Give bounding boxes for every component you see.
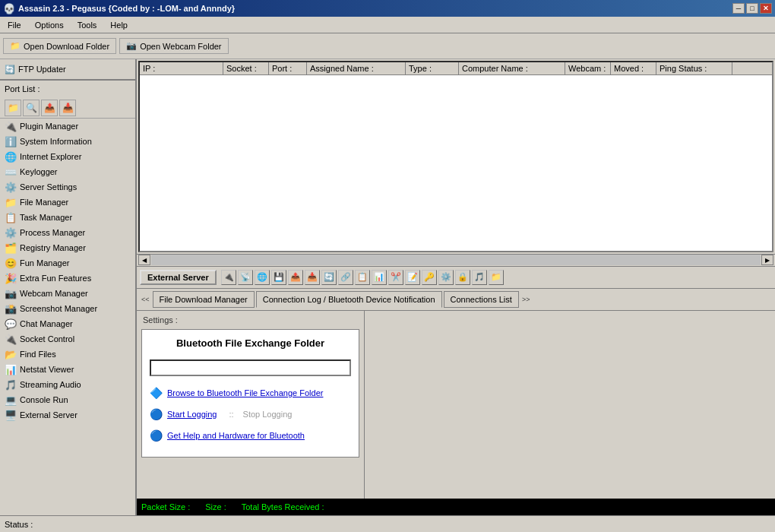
sidebar-item-registry-manager[interactable]: 🗂️Registry Manager <box>0 240 135 255</box>
scroll-right-arrow[interactable]: ▶ <box>761 255 773 265</box>
bluetooth-folder-input[interactable] <box>150 359 351 376</box>
tb-icon-9[interactable]: 📊 <box>372 270 387 285</box>
sidebar-item-external-server[interactable]: 🖥️External Server <box>0 407 135 423</box>
tb-icon-3[interactable]: 💾 <box>271 270 286 285</box>
maximize-button[interactable]: □ <box>746 3 758 14</box>
close-button[interactable]: ✕ <box>760 3 772 14</box>
sidebar-item-internet-explorer[interactable]: 🌐Internet Explorer <box>0 149 135 164</box>
tab-connections-list[interactable]: Connections List <box>444 291 519 308</box>
nav-tabs-row: << File Download Manager Connection Log … <box>137 289 775 310</box>
sidebar-item-task-manager[interactable]: 📋Task Manager <box>0 210 135 225</box>
sidebar-item-plugin-manager[interactable]: 🔌Plugin Manager <box>0 119 135 134</box>
content-area: IP : Socket : Port : Assigned Name : Typ… <box>137 59 775 515</box>
sidebar-item-label: Webcam Manager <box>20 289 88 298</box>
sidebar-item-label: Streaming Audio <box>20 380 81 389</box>
bluetooth-title: Bluetooth File Exchange Folder <box>150 337 351 349</box>
sidebar-item-streaming-audio[interactable]: 🎵Streaming Audio <box>0 377 135 392</box>
sidebar-item-keylogger[interactable]: ⌨️Keylogger <box>0 164 135 179</box>
bluetooth-settings-panel: Settings : Bluetooth File Exchange Folde… <box>137 311 365 499</box>
port-list-header: Port List : <box>0 81 135 97</box>
stop-logging-label: Stop Logging <box>243 410 293 419</box>
sidebar-item-socket-control[interactable]: 🔌Socket Control <box>0 331 135 347</box>
sidebar-item-fun-manager[interactable]: 😊Fun Manager <box>0 255 135 271</box>
sidebar-item-label: Chat Manager <box>20 319 73 328</box>
tb-icon-2[interactable]: 🌐 <box>255 270 270 285</box>
sidebar-item-label: File Manager <box>20 198 68 207</box>
sidebar-item-icon: 📂 <box>5 349 17 360</box>
tb-icon-0[interactable]: 🔌 <box>221 270 236 285</box>
statusbar-bottom: Status : <box>0 515 775 532</box>
sidebar-item-icon: 🔌 <box>5 334 17 345</box>
toolbar-row: 📁 Open Download Folder 📷 Open Webcam Fol… <box>0 33 775 59</box>
tb-icon-6[interactable]: 🔄 <box>321 270 337 285</box>
sidebar-icon-folder[interactable]: 📁 <box>5 100 21 116</box>
tb-icon-12[interactable]: 🔑 <box>422 270 437 285</box>
start-logging-label[interactable]: Start Logging <box>167 410 217 419</box>
tb-icon-14[interactable]: 🔒 <box>455 270 470 285</box>
sidebar-item-system-information[interactable]: ℹ️System Information <box>0 134 135 149</box>
scroll-left-arrow[interactable]: ◀ <box>138 255 150 265</box>
sidebar-item-file-manager[interactable]: 📁File Manager <box>0 195 135 210</box>
tab-connection-log[interactable]: Connection Log / Bluetooth Device Notifi… <box>256 291 442 308</box>
webcam-folder-icon: 📷 <box>126 41 137 51</box>
help-bluetooth-icon: 🔵 <box>150 429 163 442</box>
sidebar-icon-download[interactable]: 📥 <box>59 100 76 116</box>
sidebar-item-server-settings[interactable]: ⚙️Server Settings <box>0 179 135 195</box>
sidebar-item-icon: ⚙️ <box>5 227 17 239</box>
menu-options[interactable]: Options <box>29 19 70 31</box>
sidebar-item-icon: 💬 <box>5 318 17 330</box>
tb-icon-13[interactable]: ⚙️ <box>438 270 454 285</box>
tb-icon-5[interactable]: 📥 <box>305 270 320 285</box>
sidebar-item-extra-fun-features[interactable]: 🎉Extra Fun Features <box>0 271 135 286</box>
sidebar-item-webcam-manager[interactable]: 📷Webcam Manager <box>0 286 135 301</box>
sidebar-item-icon: ⌨️ <box>5 166 17 178</box>
tb-icon-8[interactable]: 📋 <box>355 270 370 285</box>
tb-icon-16[interactable]: 📁 <box>489 270 504 285</box>
table-header: IP : Socket : Port : Assigned Name : Typ… <box>140 62 772 75</box>
sidebar-item-icon: 🌐 <box>5 151 17 163</box>
tab-file-download-manager[interactable]: File Download Manager <box>153 291 255 308</box>
sidebar-item-process-manager[interactable]: ⚙️Process Manager <box>0 225 135 240</box>
scroll-track[interactable] <box>151 255 761 265</box>
tb-icon-15[interactable]: 🎵 <box>472 270 487 285</box>
content-panel: Settings : Bluetooth File Exchange Folde… <box>137 310 775 499</box>
external-server-bar: External Server 🔌 📡 🌐 💾 📤 📥 🔄 🔗 📋 📊 ✂️ 📝… <box>137 266 775 289</box>
horizontal-scrollbar[interactable]: ◀ ▶ <box>137 254 775 266</box>
sidebar-item-label: Console Run <box>20 395 68 404</box>
open-download-folder-button[interactable]: 📁 Open Download Folder <box>3 38 116 54</box>
sidebar-item-screenshot-manager[interactable]: 📸Screenshot Manager <box>0 301 135 316</box>
main-layout: 🔄 FTP Updater Port List : 📁 🔍 📤 📥 🔌Plugi… <box>0 59 775 515</box>
browse-bluetooth-label[interactable]: Browse to Bluetooth File Exchange Folder <box>167 388 323 397</box>
menu-help[interactable]: Help <box>104 19 134 31</box>
sidebar-item-label: Fun Manager <box>20 258 69 268</box>
sidebar-item-find-files[interactable]: 📂Find Files <box>0 347 135 362</box>
download-folder-icon: 📁 <box>10 41 21 51</box>
tb-icon-11[interactable]: 📝 <box>405 270 420 285</box>
minimize-button[interactable]: ─ <box>732 3 745 14</box>
sidebar-item-netstat-viewer[interactable]: 📊Netstat Viewer <box>0 362 135 377</box>
help-bluetooth-action[interactable]: 🔵 Get Help and Hardware for Bluetooth <box>150 428 351 443</box>
tb-icon-1[interactable]: 📡 <box>238 270 253 285</box>
help-bluetooth-label[interactable]: Get Help and Hardware for Bluetooth <box>167 431 305 440</box>
tb-icon-4[interactable]: 📤 <box>288 270 303 285</box>
tb-icon-7[interactable]: 🔗 <box>338 270 353 285</box>
sidebar-item-label: Screenshot Manager <box>20 304 97 313</box>
start-logging-action[interactable]: 🔵 Start Logging :: Stop Logging <box>150 407 351 422</box>
menu-file[interactable]: File <box>2 19 27 31</box>
sidebar-item-console-run[interactable]: 💻Console Run <box>0 392 135 407</box>
sidebar-list: 🔌Plugin Managerℹ️System Information🌐Inte… <box>0 119 135 515</box>
sidebar-item-icon: 📁 <box>5 197 17 208</box>
menu-tools[interactable]: Tools <box>71 19 103 31</box>
nav-back-arrow[interactable]: << <box>140 296 151 303</box>
right-panel <box>365 311 775 499</box>
tb-icon-10[interactable]: ✂️ <box>388 270 403 285</box>
ftp-updater[interactable]: 🔄 FTP Updater <box>0 59 135 81</box>
ftp-label: FTP Updater <box>18 65 66 74</box>
open-webcam-folder-button[interactable]: 📷 Open Webcam Folder <box>119 38 228 54</box>
browse-bluetooth-action[interactable]: 🔷 Browse to Bluetooth File Exchange Fold… <box>150 385 351 401</box>
sidebar-icon-upload[interactable]: 📤 <box>41 100 58 116</box>
sidebar-icon-search[interactable]: 🔍 <box>23 100 40 116</box>
sidebar-item-icon: 📊 <box>5 364 17 375</box>
sidebar-item-chat-manager[interactable]: 💬Chat Manager <box>0 316 135 331</box>
nav-forward-arrow[interactable]: >> <box>520 296 532 303</box>
